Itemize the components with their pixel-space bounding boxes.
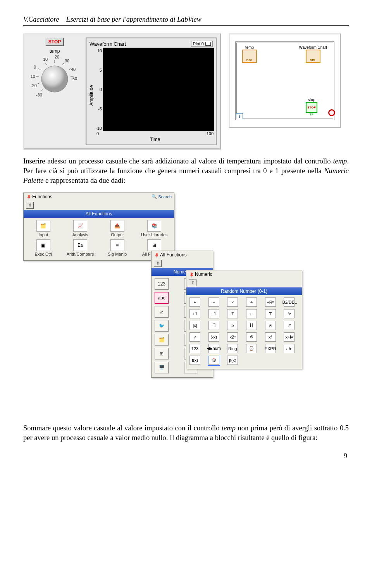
- palette-stack: Functions Search ⇧ All Functions 🗂️Input…: [23, 193, 302, 417]
- subpalette-item[interactable]: 123: [155, 278, 169, 290]
- while-loop: i temp DBL Waveform Chart DBL stop STOP …: [235, 41, 334, 120]
- bd-chart-label: Waveform Chart: [299, 45, 327, 50]
- multiply-icon[interactable]: ×: [227, 297, 238, 307]
- subpalette-item[interactable]: 🖥️: [155, 362, 169, 373]
- math-const-icon[interactable]: π/e: [284, 344, 294, 353]
- trig-icon[interactable]: ∿: [284, 309, 294, 318]
- increment-icon[interactable]: +1: [189, 309, 200, 318]
- chart-indicator-icon: DBL: [306, 50, 320, 63]
- compound-icon[interactable]: ∓: [265, 309, 276, 318]
- numeric-grid: + − × ÷ ÷Rⁿ I32/DBL +1 −1 Σ π ∓ ∿ |x| ⌈⌉…: [186, 295, 302, 369]
- svg-line-4: [38, 69, 41, 70]
- temp-control-icon: DBL: [242, 50, 257, 63]
- scale2n-icon[interactable]: x2ⁿ: [227, 332, 238, 342]
- loop-stop-icon: [328, 109, 335, 116]
- knob-label: temp: [50, 48, 60, 54]
- palette-item-analysis[interactable]: 📈Analysis: [64, 220, 97, 237]
- palette-title: Functions: [32, 194, 52, 199]
- line-style-icon: [205, 42, 211, 46]
- palette-title: All Functions: [160, 252, 187, 258]
- functions-bluebar: All Functions: [24, 210, 174, 218]
- search-link[interactable]: Search: [152, 194, 172, 199]
- floor-icon[interactable]: ⌊⌋: [246, 321, 257, 330]
- formula-icon[interactable]: f(x): [189, 356, 200, 365]
- subpalette-item[interactable]: 🗂️: [155, 334, 169, 346]
- x-ticks: 0 100: [96, 131, 214, 136]
- quot-rem-icon[interactable]: ÷Rⁿ: [265, 297, 276, 307]
- svg-point-0: [41, 66, 68, 92]
- sqrt-icon[interactable]: √: [189, 332, 200, 342]
- conversion-icon[interactable]: I32/DBL: [284, 297, 294, 307]
- square-icon[interactable]: x²: [265, 332, 276, 342]
- ring-const-icon[interactable]: Ring: [227, 344, 238, 353]
- negate-icon[interactable]: (-x): [208, 332, 219, 342]
- subtract-icon[interactable]: −: [208, 297, 219, 307]
- svg-line-8: [68, 69, 71, 70]
- subpalette-item[interactable]: ⊞: [155, 348, 169, 359]
- numeric-palette: Numeric ⇧ Random Number (0-1) + − × ÷ ÷R…: [186, 270, 302, 369]
- abs-icon[interactable]: |x|: [189, 321, 200, 330]
- add-icon[interactable]: +: [189, 297, 200, 307]
- enum-const-icon[interactable]: ◀Enum: [208, 344, 219, 353]
- log-icon[interactable]: ↗: [284, 321, 294, 330]
- svg-line-1: [41, 89, 43, 91]
- plot-area: [103, 48, 214, 131]
- paragraph-1: Inserire adesso un processo casuale che …: [23, 156, 349, 186]
- block-diagram: i temp DBL Waveform Chart DBL stop STOP …: [229, 33, 341, 128]
- palette-item-arith-compare[interactable]: Σ≥Arith/Compare: [64, 239, 97, 256]
- pin-icon[interactable]: [153, 251, 160, 258]
- ceil-icon[interactable]: ≥: [227, 321, 238, 330]
- paragraph-2: Sommare questo valore casuale al valore …: [23, 423, 349, 443]
- palette-title: Numeric: [195, 272, 212, 277]
- front-panel: STOP temp: [23, 33, 221, 150]
- palette-item-exec-ctrl[interactable]: ▣Exec Ctrl: [27, 239, 60, 256]
- time-const-icon[interactable]: ⌚: [246, 344, 257, 353]
- subpalette-item[interactable]: abc: [155, 292, 169, 304]
- numeric-bluebar: Random Number (0-1): [186, 287, 302, 295]
- plot-legend[interactable]: Plot 0: [191, 41, 213, 47]
- palette-item-input[interactable]: 🗂️Input: [27, 220, 60, 237]
- sign-icon[interactable]: ⊗: [246, 332, 257, 342]
- pin-icon[interactable]: [188, 271, 195, 277]
- subpalette-item[interactable]: 🐦: [155, 320, 169, 332]
- pin-icon[interactable]: [25, 193, 32, 200]
- round-icon[interactable]: ⌈⌉: [208, 321, 219, 330]
- y-ticks: 10 5 0 -5 -10: [96, 48, 103, 131]
- palette-item-output[interactable]: 📤Output: [101, 220, 134, 237]
- nav-up-icon[interactable]: ⇧: [26, 202, 34, 209]
- figure-row: STOP temp: [23, 33, 349, 150]
- numeric-const-icon[interactable]: 123: [189, 344, 200, 353]
- nav-up-icon[interactable]: ⇧: [189, 279, 196, 286]
- bd-temp-label: temp: [245, 45, 254, 50]
- palette-item-user-libraries[interactable]: 📚User Libraries: [138, 220, 171, 237]
- integral-icon[interactable]: ∫f(x): [227, 356, 238, 365]
- random-number-icon[interactable]: 🎲: [208, 356, 219, 365]
- page-number: 9: [23, 452, 349, 460]
- waveform-chart: Waveform Chart Plot 0 Amplitude 10 5 0: [86, 38, 217, 145]
- stop-button[interactable]: STOP: [45, 38, 64, 46]
- subpalette-item[interactable]: ≥: [155, 306, 169, 318]
- pi-icon[interactable]: π: [246, 309, 257, 318]
- scale-icon[interactable]: ⎘: [265, 321, 276, 330]
- svg-line-5: [45, 62, 47, 65]
- palette-item-sig-manip[interactable]: ≡Sig Manip: [101, 239, 134, 256]
- svg-line-7: [62, 62, 64, 65]
- expr-node-icon[interactable]: EXPR: [265, 344, 276, 353]
- y-axis-label: Amplitude: [88, 48, 95, 143]
- stop-control-icon: STOP: [306, 102, 317, 113]
- bd-stop-label: stop: [308, 98, 316, 102]
- temp-knob[interactable]: -30 -20 -10 0 10 20 30 40 50: [31, 54, 78, 100]
- decrement-icon[interactable]: −1: [208, 309, 219, 318]
- page-header: V.Cacciatore – Esercizi di base per l'ap…: [23, 15, 349, 26]
- sum-icon[interactable]: Σ: [227, 309, 238, 318]
- chart-title: Waveform Chart: [90, 41, 126, 47]
- divide-icon[interactable]: ÷: [246, 297, 257, 307]
- x-axis-label: Time: [96, 136, 214, 143]
- complex-icon[interactable]: x+iy: [284, 332, 294, 342]
- loop-index-icon: i: [236, 113, 243, 119]
- nav-up-icon[interactable]: ⇧: [154, 260, 162, 267]
- svg-line-2: [37, 83, 40, 84]
